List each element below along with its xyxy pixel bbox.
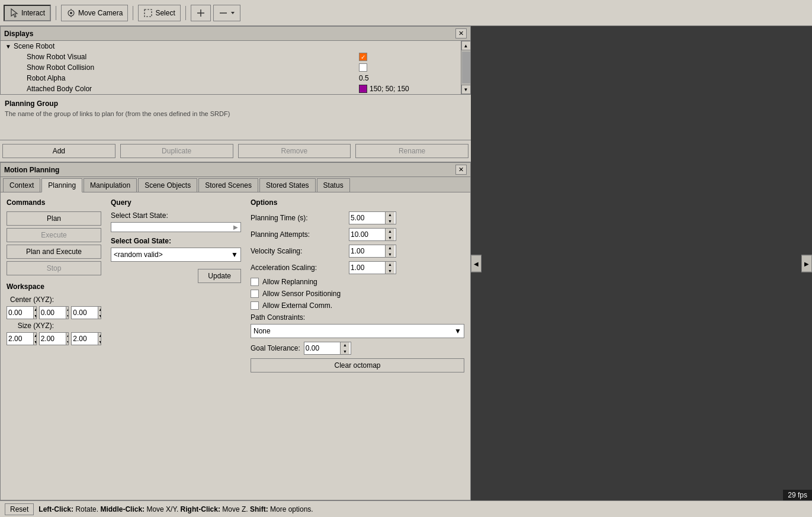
size-x-spinbox[interactable]: ▲ ▼ xyxy=(7,332,37,345)
goal-tolerance-spinbox[interactable]: ▲ ▼ xyxy=(304,342,351,355)
goal-tolerance-input[interactable] xyxy=(304,344,340,352)
execute-button[interactable]: Execute xyxy=(7,228,101,242)
robot-alpha-display: 0.5 xyxy=(359,74,369,82)
center-y-down[interactable]: ▼ xyxy=(66,313,69,319)
allow-replanning-checkbox[interactable] xyxy=(251,278,259,286)
planning-time-down[interactable]: ▼ xyxy=(386,218,394,224)
center-z-spinbox[interactable]: ▲ ▼ xyxy=(71,306,101,319)
show-robot-collision-checkbox[interactable] xyxy=(359,63,367,72)
reset-button[interactable]: Reset xyxy=(5,503,34,515)
goal-tolerance-down[interactable]: ▼ xyxy=(341,348,349,355)
planning-attempts-input[interactable] xyxy=(349,230,385,239)
path-constraints-select[interactable]: None ▼ xyxy=(251,324,464,338)
size-x-down[interactable]: ▼ xyxy=(34,339,37,345)
planning-attempts-spinbox[interactable]: ▲ ▼ xyxy=(349,228,396,241)
select-button[interactable]: Select xyxy=(138,5,180,21)
planning-time-input[interactable] xyxy=(349,214,385,222)
path-constraints-value: None xyxy=(253,327,271,335)
remove-action-button[interactable]: Remove xyxy=(238,144,351,158)
scroll-up-button[interactable]: ▲ xyxy=(461,41,471,50)
tab-planning[interactable]: Planning xyxy=(41,178,82,192)
center-y-arrows: ▲ ▼ xyxy=(66,306,69,319)
velocity-scaling-input[interactable] xyxy=(349,247,385,255)
displays-scrollbar[interactable]: ▲ ▼ xyxy=(461,41,470,94)
acceleration-scaling-spinbox[interactable]: ▲ ▼ xyxy=(349,261,396,274)
planning-attempts-up[interactable]: ▲ xyxy=(386,228,394,235)
tab-stored-scenes[interactable]: Stored Scenes xyxy=(198,178,258,192)
center-label: Center (XYZ): xyxy=(7,296,54,304)
interact-button[interactable]: Interact xyxy=(4,5,51,21)
size-y-down[interactable]: ▼ xyxy=(66,339,69,345)
allow-external-comm-checkbox[interactable] xyxy=(251,301,259,310)
acceleration-scaling-row: Acceleration Scaling: ▲ ▼ xyxy=(251,261,464,274)
minus-dropdown-button[interactable] xyxy=(213,5,240,21)
scroll-down-button[interactable]: ▼ xyxy=(461,85,471,94)
size-values-row: ▲ ▼ ▲ ▼ xyxy=(7,332,101,345)
show-robot-visual-checkbox[interactable]: ✓ xyxy=(359,53,367,61)
start-state-select-row: ▶ xyxy=(111,222,241,232)
move-camera-button[interactable]: Move Camera xyxy=(61,5,128,21)
duplicate-action-button[interactable]: Duplicate xyxy=(120,144,233,158)
size-y-input[interactable] xyxy=(40,335,66,343)
fps-display: 29 fps xyxy=(783,490,812,500)
start-state-select[interactable]: ▶ xyxy=(111,222,241,232)
velocity-scaling-up[interactable]: ▲ xyxy=(386,245,394,251)
stop-button[interactable]: Stop xyxy=(7,261,101,275)
goal-tolerance-up[interactable]: ▲ xyxy=(341,342,349,348)
color-value-text: 150; 50; 150 xyxy=(370,85,409,93)
velocity-scaling-down[interactable]: ▼ xyxy=(386,251,394,258)
tab-manipulation[interactable]: Manipulation xyxy=(84,178,137,192)
color-swatch[interactable] xyxy=(359,85,367,93)
svg-marker-0 xyxy=(11,9,17,17)
goal-state-dropdown[interactable]: <random valid> ▼ xyxy=(111,248,241,262)
show-robot-visual-row: Show Robot Visual ✓ xyxy=(1,52,470,62)
size-z-input[interactable] xyxy=(72,335,98,343)
center-y-spinbox[interactable]: ▲ ▼ xyxy=(39,306,69,319)
tab-scene-objects[interactable]: Scene Objects xyxy=(138,178,197,192)
tab-context[interactable]: Context xyxy=(3,178,40,192)
velocity-scaling-spinbox[interactable]: ▲ ▼ xyxy=(349,245,396,258)
size-y-spinbox[interactable]: ▲ ▼ xyxy=(39,332,69,345)
center-y-input[interactable] xyxy=(40,309,66,317)
add-button[interactable] xyxy=(191,5,211,21)
plan-and-execute-button[interactable]: Plan and Execute xyxy=(7,245,101,259)
acceleration-scaling-input[interactable] xyxy=(349,264,385,272)
size-z-down[interactable]: ▼ xyxy=(98,339,101,345)
motion-planning-close-button[interactable]: ✕ xyxy=(455,165,467,175)
center-z-up[interactable]: ▲ xyxy=(98,306,101,313)
acceleration-scaling-down[interactable]: ▼ xyxy=(386,268,394,274)
viewport[interactable]: ◀ ▶ 29 fps xyxy=(471,26,812,500)
center-y-up[interactable]: ▲ xyxy=(66,306,69,313)
size-y-up[interactable]: ▲ xyxy=(66,332,69,339)
displays-close-button[interactable]: ✕ xyxy=(455,28,467,38)
tab-status[interactable]: Status xyxy=(317,178,350,192)
planning-attempts-down[interactable]: ▼ xyxy=(386,235,394,241)
center-z-down[interactable]: ▼ xyxy=(98,313,101,319)
allow-external-comm-label: Allow External Comm. xyxy=(262,301,332,310)
options-title: Options xyxy=(251,198,464,207)
goal-tolerance-arrows: ▲ ▼ xyxy=(340,342,349,355)
size-x-input[interactable] xyxy=(7,335,33,343)
acceleration-scaling-up[interactable]: ▲ xyxy=(386,261,394,268)
center-z-input[interactable] xyxy=(72,309,98,317)
center-x-up[interactable]: ▲ xyxy=(34,306,37,313)
update-button[interactable]: Update xyxy=(198,269,241,283)
clear-octomap-button[interactable]: Clear octomap xyxy=(251,358,464,373)
add-action-button[interactable]: Add xyxy=(2,144,115,158)
size-z-up[interactable]: ▲ xyxy=(98,332,101,339)
size-x-up[interactable]: ▲ xyxy=(34,332,37,339)
sep2 xyxy=(133,6,133,20)
allow-sensor-positioning-checkbox[interactable] xyxy=(251,290,259,298)
center-x-spinbox[interactable]: ▲ ▼ xyxy=(7,306,37,319)
tab-stored-states[interactable]: Stored States xyxy=(259,178,316,192)
plan-button[interactable]: Plan xyxy=(7,211,101,226)
planning-time-up[interactable]: ▲ xyxy=(386,211,394,218)
scroll-thumb[interactable] xyxy=(462,52,470,84)
size-z-spinbox[interactable]: ▲ ▼ xyxy=(71,332,101,345)
planning-time-spinbox[interactable]: ▲ ▼ xyxy=(349,211,396,224)
viewport-arrow-left[interactable]: ◀ xyxy=(471,255,482,272)
rename-action-button[interactable]: Rename xyxy=(355,144,468,158)
center-x-down[interactable]: ▼ xyxy=(34,313,37,319)
center-x-input[interactable] xyxy=(7,309,33,317)
viewport-arrow-right[interactable]: ▶ xyxy=(801,255,812,272)
